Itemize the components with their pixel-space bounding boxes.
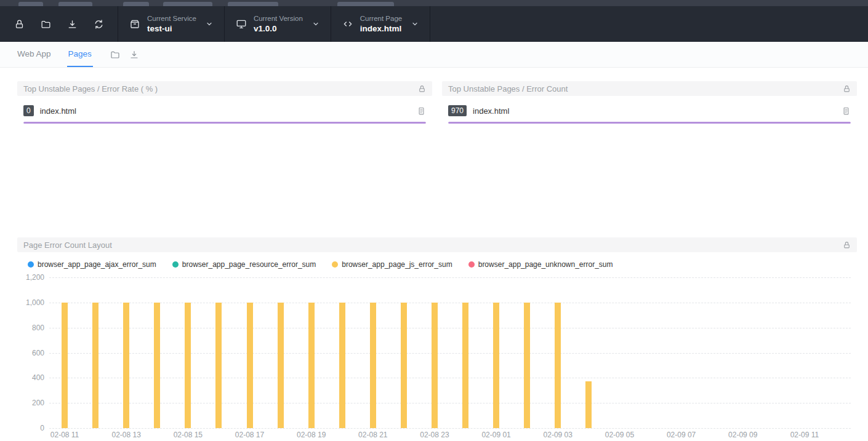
chart-bar[interactable] (555, 303, 561, 428)
chart-bar[interactable] (432, 303, 438, 428)
panel-header: Top Unstable Pages / Error Count (442, 81, 857, 96)
chart-bar[interactable] (62, 303, 68, 428)
x-tick-label: 02-09 01 (481, 431, 510, 439)
chart-bar[interactable] (247, 303, 253, 428)
panel-header: Top Unstable Pages / Error Rate ( % ) (17, 81, 432, 96)
copy-icon[interactable] (417, 106, 426, 116)
legend-item[interactable]: browser_app_page_unknown_error_sum (468, 260, 613, 269)
chart-bar[interactable] (154, 303, 160, 428)
lock-icon[interactable] (418, 85, 426, 93)
x-tick-label: 02-08 11 (50, 431, 79, 439)
folder-icon (110, 50, 120, 60)
legend-item[interactable]: browser_app_page_resource_error_sum (172, 260, 316, 269)
cropped-button[interactable] (228, 2, 278, 6)
x-tick-label: 02-09 07 (667, 431, 696, 439)
chevron-down-icon (411, 20, 419, 28)
cropped-button[interactable] (58, 2, 92, 6)
page-name: index.html (473, 106, 835, 116)
y-tick-label: 600 (32, 349, 44, 357)
panel-header: Page Error Count Layout (17, 237, 857, 252)
chart-bar[interactable] (524, 303, 530, 428)
gridline (49, 378, 851, 378)
lock-button[interactable] (9, 14, 30, 34)
panel-title: Page Error Count Layout (23, 240, 112, 250)
x-tick-label: 02-09 09 (728, 431, 757, 439)
chart-bar[interactable] (123, 303, 129, 428)
y-tick-label: 200 (32, 399, 44, 407)
x-tick-label: 02-08 21 (358, 431, 387, 439)
toolbar-icon-group (0, 6, 118, 42)
tab-pages[interactable]: Pages (67, 42, 93, 67)
download-button[interactable] (62, 14, 82, 34)
cropped-button[interactable] (123, 2, 149, 6)
chart-y-axis: 02004006008001,0001,200 (17, 277, 44, 428)
legend-dot-icon (468, 261, 475, 268)
page-name: index.html (40, 106, 411, 116)
download-icon (129, 50, 139, 60)
chart-bar[interactable] (493, 303, 499, 428)
x-tick-label: 02-08 17 (235, 431, 264, 439)
chart-bar[interactable] (278, 303, 284, 428)
refresh-button[interactable] (88, 14, 109, 34)
legend-item[interactable]: browser_app_page_ajax_error_sum (28, 260, 156, 269)
chart-bar[interactable] (215, 303, 222, 428)
y-tick-label: 800 (32, 324, 44, 332)
chart-x-axis: 02-08 1102-08 1302-08 1502-08 1702-08 19… (49, 429, 851, 439)
chart-bar[interactable] (462, 303, 468, 428)
tab-bar: Web App Pages (0, 42, 868, 68)
version-label: Current Version (254, 15, 303, 23)
gridline (49, 328, 851, 328)
x-tick-label: 02-09 11 (790, 431, 819, 439)
service-text: Current Service test-ui (147, 15, 196, 34)
chevron-down-icon (312, 20, 319, 28)
cropped-button[interactable] (18, 2, 43, 6)
progress-track (23, 122, 426, 124)
chart-bar[interactable] (92, 303, 98, 428)
legend-dot-icon (172, 261, 179, 268)
legend-item[interactable]: browser_app_page_js_error_sum (332, 260, 452, 269)
gridline (49, 277, 851, 278)
lock-icon (14, 19, 25, 30)
gridline (49, 303, 851, 303)
page-label: Current Page (360, 15, 402, 23)
chart-bar[interactable] (401, 303, 407, 428)
lock-icon[interactable] (843, 85, 851, 93)
legend-label: browser_app_page_js_error_sum (342, 260, 452, 269)
current-service-dropdown[interactable]: Current Service test-ui (118, 6, 224, 42)
main-toolbar: Current Service test-ui Current Version … (0, 6, 868, 42)
panel-title: Top Unstable Pages / Error Count (448, 84, 568, 93)
x-tick-label: 02-08 15 (174, 431, 203, 439)
folder-button[interactable] (35, 14, 56, 34)
download-icon (67, 19, 78, 30)
progress-track (448, 122, 851, 124)
page-value: index.html (360, 24, 402, 34)
list-item[interactable]: 970 index.html (448, 105, 851, 116)
download-button[interactable] (129, 50, 139, 60)
x-tick-label: 02-09 03 (544, 431, 573, 439)
current-page-dropdown[interactable]: Current Page index.html (331, 6, 430, 42)
gridline (49, 403, 851, 403)
gridline (49, 428, 851, 429)
current-version-dropdown[interactable]: Current Version v1.0.0 (224, 6, 331, 42)
chart-plot (49, 277, 851, 428)
service-label: Current Service (147, 15, 196, 23)
progress-bar (23, 122, 426, 124)
lock-icon[interactable] (843, 241, 851, 249)
error-count-chart: 02004006008001,0001,200 02-08 1102-08 13… (17, 272, 857, 439)
page-content: Top Unstable Pages / Error Rate ( % ) 0 … (0, 68, 868, 439)
list-item[interactable]: 0 index.html (23, 105, 426, 116)
copy-icon[interactable] (842, 106, 851, 116)
folder-button[interactable] (110, 50, 120, 60)
cropped-button[interactable] (337, 2, 394, 6)
panel-page-error-chart: Page Error Count Layout browser_app_page… (17, 237, 857, 439)
tab-web-app[interactable]: Web App (16, 42, 52, 67)
chart-bar[interactable] (370, 303, 376, 428)
chart-bar[interactable] (585, 381, 592, 428)
chart-bar[interactable] (185, 303, 191, 428)
chart-bar[interactable] (339, 303, 345, 428)
value-badge: 970 (448, 105, 467, 116)
legend-label: browser_app_page_ajax_error_sum (38, 260, 156, 269)
x-tick-label: 02-08 23 (420, 431, 449, 439)
cropped-button[interactable] (163, 2, 212, 6)
chart-bar[interactable] (308, 303, 315, 428)
